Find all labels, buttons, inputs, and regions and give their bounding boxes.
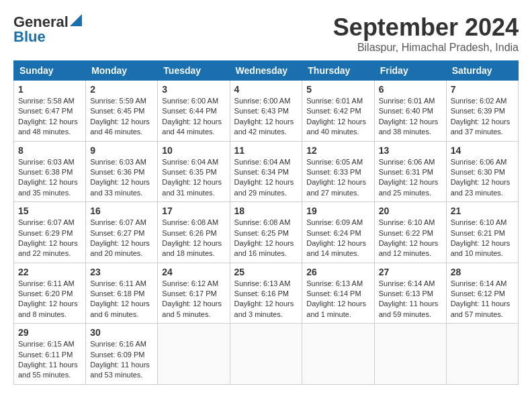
calendar-week-row: 29Sunrise: 6:15 AM Sunset: 6:11 PM Dayli… (14, 324, 519, 385)
calendar-cell: 23Sunrise: 6:11 AM Sunset: 6:18 PM Dayli… (86, 263, 158, 324)
cell-details: Sunrise: 6:00 AM Sunset: 6:43 PM Dayligh… (234, 96, 298, 138)
day-number: 1 (18, 84, 81, 95)
day-number: 16 (90, 205, 153, 216)
calendar-cell: 8Sunrise: 6:03 AM Sunset: 6:38 PM Daylig… (14, 141, 86, 202)
day-number: 14 (451, 145, 514, 156)
day-number: 10 (162, 145, 225, 156)
day-number: 24 (162, 267, 225, 277)
day-number: 28 (451, 267, 514, 277)
calendar-header-row: SundayMondayTuesdayWednesdayThursdayFrid… (14, 61, 519, 81)
cell-details: Sunrise: 6:06 AM Sunset: 6:30 PM Dayligh… (451, 157, 514, 199)
calendar-cell: 15Sunrise: 6:07 AM Sunset: 6:29 PM Dayli… (14, 202, 86, 263)
calendar-week-row: 1Sunrise: 5:58 AM Sunset: 6:47 PM Daylig… (14, 81, 519, 142)
calendar-cell: 26Sunrise: 6:13 AM Sunset: 6:14 PM Dayli… (302, 263, 374, 324)
calendar-cell: 17Sunrise: 6:08 AM Sunset: 6:26 PM Dayli… (158, 202, 230, 263)
calendar-cell: 19Sunrise: 6:09 AM Sunset: 6:24 PM Dayli… (302, 202, 374, 263)
cell-details: Sunrise: 6:04 AM Sunset: 6:34 PM Dayligh… (234, 157, 298, 199)
cell-details: Sunrise: 5:58 AM Sunset: 6:47 PM Dayligh… (18, 96, 81, 138)
calendar-cell: 9Sunrise: 6:03 AM Sunset: 6:36 PM Daylig… (86, 141, 158, 202)
calendar-table: SundayMondayTuesdayWednesdayThursdayFrid… (13, 60, 519, 385)
day-number: 23 (90, 267, 153, 277)
cell-details: Sunrise: 6:09 AM Sunset: 6:24 PM Dayligh… (306, 218, 369, 259)
calendar-cell: 3Sunrise: 6:00 AM Sunset: 6:44 PM Daylig… (158, 81, 230, 142)
calendar-header-wednesday: Wednesday (230, 61, 302, 81)
calendar-week-row: 8Sunrise: 6:03 AM Sunset: 6:38 PM Daylig… (14, 141, 519, 202)
calendar-cell: 11Sunrise: 6:04 AM Sunset: 6:34 PM Dayli… (230, 141, 302, 202)
cell-details: Sunrise: 6:01 AM Sunset: 6:40 PM Dayligh… (379, 96, 442, 138)
day-number: 11 (234, 145, 298, 156)
day-number: 26 (306, 267, 369, 277)
calendar-cell: 13Sunrise: 6:06 AM Sunset: 6:31 PM Dayli… (374, 141, 446, 202)
cell-details: Sunrise: 6:01 AM Sunset: 6:42 PM Dayligh… (306, 96, 369, 138)
day-number: 22 (18, 267, 81, 277)
calendar-cell: 18Sunrise: 6:08 AM Sunset: 6:25 PM Dayli… (230, 202, 302, 263)
calendar-cell (374, 324, 446, 385)
cell-details: Sunrise: 6:07 AM Sunset: 6:27 PM Dayligh… (90, 218, 153, 259)
day-number: 17 (162, 205, 225, 216)
calendar-header-monday: Monday (86, 61, 158, 81)
calendar-week-row: 15Sunrise: 6:07 AM Sunset: 6:29 PM Dayli… (14, 202, 519, 263)
day-number: 6 (379, 84, 442, 95)
cell-details: Sunrise: 6:15 AM Sunset: 6:11 PM Dayligh… (18, 339, 81, 381)
day-number: 5 (306, 84, 369, 95)
calendar-cell: 27Sunrise: 6:14 AM Sunset: 6:13 PM Dayli… (374, 263, 446, 324)
calendar-header-thursday: Thursday (302, 61, 374, 81)
header: General Blue September 2024 Bilaspur, Hi… (13, 13, 519, 54)
cell-details: Sunrise: 5:59 AM Sunset: 6:45 PM Dayligh… (90, 96, 153, 138)
cell-details: Sunrise: 6:14 AM Sunset: 6:12 PM Dayligh… (451, 279, 514, 320)
cell-details: Sunrise: 6:02 AM Sunset: 6:39 PM Dayligh… (451, 96, 514, 138)
calendar-cell (302, 324, 374, 385)
calendar-cell: 24Sunrise: 6:12 AM Sunset: 6:17 PM Dayli… (158, 263, 230, 324)
calendar-header-saturday: Saturday (446, 61, 518, 81)
cell-details: Sunrise: 6:16 AM Sunset: 6:09 PM Dayligh… (90, 339, 153, 381)
calendar-cell (158, 324, 230, 385)
cell-details: Sunrise: 6:08 AM Sunset: 6:25 PM Dayligh… (234, 218, 298, 259)
logo-triangle-icon (70, 14, 82, 29)
day-number: 27 (379, 267, 442, 277)
calendar-cell: 28Sunrise: 6:14 AM Sunset: 6:12 PM Dayli… (446, 263, 518, 324)
day-number: 21 (451, 205, 514, 216)
cell-details: Sunrise: 6:11 AM Sunset: 6:18 PM Dayligh… (90, 279, 153, 320)
calendar-header-sunday: Sunday (14, 61, 86, 81)
calendar-cell: 22Sunrise: 6:11 AM Sunset: 6:20 PM Dayli… (14, 263, 86, 324)
day-number: 15 (18, 205, 81, 216)
cell-details: Sunrise: 6:11 AM Sunset: 6:20 PM Dayligh… (18, 279, 81, 320)
calendar-cell: 5Sunrise: 6:01 AM Sunset: 6:42 PM Daylig… (302, 81, 374, 142)
day-number: 19 (306, 205, 369, 216)
page-subtitle: Bilaspur, Himachal Pradesh, India (333, 42, 519, 54)
cell-details: Sunrise: 6:06 AM Sunset: 6:31 PM Dayligh… (379, 157, 442, 199)
cell-details: Sunrise: 6:10 AM Sunset: 6:21 PM Dayligh… (451, 218, 514, 259)
calendar-week-row: 22Sunrise: 6:11 AM Sunset: 6:20 PM Dayli… (14, 263, 519, 324)
cell-details: Sunrise: 6:10 AM Sunset: 6:22 PM Dayligh… (379, 218, 442, 259)
calendar-cell (230, 324, 302, 385)
cell-details: Sunrise: 6:07 AM Sunset: 6:29 PM Dayligh… (18, 218, 81, 259)
day-number: 8 (18, 145, 81, 156)
logo-blue: Blue (13, 28, 46, 46)
day-number: 18 (234, 205, 298, 216)
day-number: 30 (90, 327, 153, 338)
calendar-header-friday: Friday (374, 61, 446, 81)
calendar-cell: 1Sunrise: 5:58 AM Sunset: 6:47 PM Daylig… (14, 81, 86, 142)
cell-details: Sunrise: 6:03 AM Sunset: 6:36 PM Dayligh… (90, 157, 153, 199)
day-number: 4 (234, 84, 298, 95)
cell-details: Sunrise: 6:05 AM Sunset: 6:33 PM Dayligh… (306, 157, 369, 199)
cell-details: Sunrise: 6:13 AM Sunset: 6:14 PM Dayligh… (306, 279, 369, 320)
cell-details: Sunrise: 6:14 AM Sunset: 6:13 PM Dayligh… (379, 279, 442, 320)
calendar-cell: 12Sunrise: 6:05 AM Sunset: 6:33 PM Dayli… (302, 141, 374, 202)
calendar-cell: 16Sunrise: 6:07 AM Sunset: 6:27 PM Dayli… (86, 202, 158, 263)
cell-details: Sunrise: 6:12 AM Sunset: 6:17 PM Dayligh… (162, 279, 225, 320)
calendar-cell (446, 324, 518, 385)
calendar-cell: 7Sunrise: 6:02 AM Sunset: 6:39 PM Daylig… (446, 81, 518, 142)
cell-details: Sunrise: 6:08 AM Sunset: 6:26 PM Dayligh… (162, 218, 225, 259)
svg-marker-0 (70, 14, 82, 26)
logo: General Blue (13, 13, 82, 46)
day-number: 3 (162, 84, 225, 95)
calendar-cell: 10Sunrise: 6:04 AM Sunset: 6:35 PM Dayli… (158, 141, 230, 202)
day-number: 2 (90, 84, 153, 95)
cell-details: Sunrise: 6:00 AM Sunset: 6:44 PM Dayligh… (162, 96, 225, 138)
day-number: 25 (234, 267, 298, 277)
day-number: 12 (306, 145, 369, 156)
calendar-cell: 29Sunrise: 6:15 AM Sunset: 6:11 PM Dayli… (14, 324, 86, 385)
day-number: 20 (379, 205, 442, 216)
calendar-header-tuesday: Tuesday (158, 61, 230, 81)
